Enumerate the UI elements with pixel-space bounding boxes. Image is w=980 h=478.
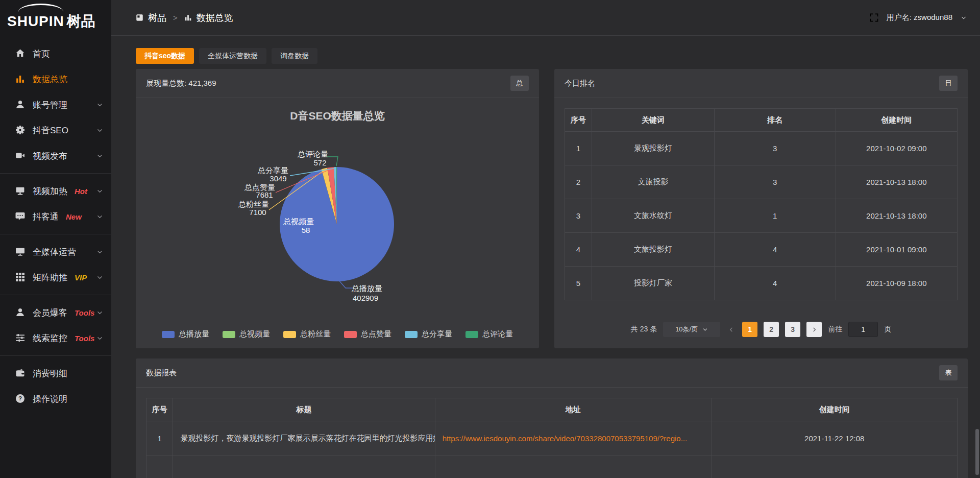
pie-label-value: 7100 <box>249 208 266 217</box>
sidebar-item-label: 全媒体运营 <box>33 246 76 258</box>
sidebar-item-label: 矩阵助推 <box>33 272 67 283</box>
logo[interactable]: SHUPIN 树品 <box>0 0 111 36</box>
scrollbar-thumb[interactable] <box>975 429 979 475</box>
legend-swatch <box>405 331 418 338</box>
sidebar-item-home-0[interactable]: 首页 <box>0 41 111 66</box>
chevron-down-icon <box>96 213 103 220</box>
today-rank-panel: 今日排名 日 序号关键词排名创建时间1景观投影灯32021-10-02 09:0… <box>554 69 968 348</box>
sidebar-item-label: 抖客通 <box>33 211 59 223</box>
table-cell: 3 <box>714 165 836 199</box>
video-icon <box>15 151 26 161</box>
legend-label: 总播放量 <box>179 329 209 339</box>
sidebar-item-chat-7[interactable]: 抖客通New <box>0 204 111 229</box>
sidebar-item-tag: Hot <box>75 187 87 196</box>
gear-icon <box>15 125 26 135</box>
sidebar-item-tag: Tools <box>75 308 94 317</box>
app-root: SHUPIN 树品 首页数据总览账号管理抖音SEO视频发布视频加热Hot抖客通N… <box>0 0 980 478</box>
table-cell: 2021-10-01 09:00 <box>836 233 957 267</box>
tab-button-2[interactable]: 询盘数据 <box>272 48 317 64</box>
breadcrumb-root[interactable]: 树品 <box>148 12 166 24</box>
chevron-down-icon[interactable] <box>961 15 967 21</box>
sidebar-item-monitor-9[interactable]: 全媒体运营 <box>0 239 111 265</box>
table-badge-button[interactable]: 表 <box>939 365 958 380</box>
seo-pie-chart: 总播放量402909总视频量58总粉丝量7100总点赞量7681总分享量3049… <box>136 98 539 318</box>
sidebar-item-label: 视频加热 <box>33 185 67 197</box>
legend-item-3[interactable]: 总点赞量 <box>344 329 391 339</box>
table-cell: 4 <box>714 267 836 300</box>
table-cell: 景观投影灯 <box>592 132 715 165</box>
legend-item-4[interactable]: 总分享量 <box>405 329 452 339</box>
sidebar-item-tag: New <box>66 212 82 221</box>
page-button-2[interactable]: 2 <box>764 322 779 337</box>
topbar-right: 用户名: zswodun88 <box>870 13 967 22</box>
table-header-row: 序号标题地址创建时间 <box>146 398 958 421</box>
sidebar-item-question-16[interactable]: ?操作说明 <box>0 386 111 412</box>
panel-header: 数据报表 表 <box>136 358 968 388</box>
username[interactable]: 用户名: zswodun88 <box>887 13 952 22</box>
logo-arc <box>18 4 63 12</box>
tab-button-0[interactable]: 抖音seo数据 <box>136 48 194 64</box>
legend-item-5[interactable]: 总评论量 <box>465 329 513 339</box>
legend-item-0[interactable]: 总播放量 <box>162 329 209 339</box>
tab-button-1[interactable]: 全媒体运营数据 <box>199 48 266 64</box>
legend-swatch <box>223 331 235 338</box>
video-link[interactable]: https://www.iesdouyin.com/share/video/70… <box>443 434 688 443</box>
chart-bar-icon <box>15 74 26 84</box>
sidebar-item-label: 线索监控 <box>33 332 67 344</box>
table-cell <box>173 456 435 478</box>
sidebar-item-tv-6[interactable]: 视频加热Hot <box>0 178 111 204</box>
pie-label-value: 58 <box>302 226 310 234</box>
legend-swatch <box>344 331 357 338</box>
table-cell: 2021-10-13 18:00 <box>836 165 957 199</box>
chart-legend: 总播放量总视频量总粉丝量总点赞量总分享量总评论量 <box>136 329 539 348</box>
legend-item-1[interactable]: 总视频量 <box>223 329 270 339</box>
sidebar-item-grid-10[interactable]: 矩阵助推VIP <box>0 265 111 290</box>
table-cell: 2 <box>565 165 592 199</box>
pie-label-name: 总分享量 <box>257 166 288 175</box>
chart-bar-icon <box>184 14 192 21</box>
prev-page-button[interactable] <box>726 327 736 332</box>
legend-swatch <box>465 331 478 338</box>
sidebar-item-label: 抖音SEO <box>33 125 68 136</box>
table-cell: 2021-11-22 12:08 <box>712 421 957 456</box>
rank-table: 序号关键词排名创建时间1景观投影灯32021-10-02 09:002文旅投影3… <box>565 108 958 300</box>
pie-label-value: 3049 <box>270 174 286 183</box>
panel-header: 展现量总数: 421,369 总 <box>136 69 539 98</box>
legend-item-2[interactable]: 总粉丝量 <box>283 329 331 339</box>
goto-page-input[interactable] <box>848 322 878 337</box>
table-cell: 3 <box>714 132 836 165</box>
page-button-3[interactable]: 3 <box>785 322 800 337</box>
breadcrumb: 树品 > 数据总览 <box>136 12 233 24</box>
panels-row: 展现量总数: 421,369 总 总播放量402909总视频量58总粉丝量710… <box>136 69 968 348</box>
sliders-icon <box>15 333 26 343</box>
page-size-select[interactable]: 10条/页 <box>663 322 720 337</box>
chevron-down-icon <box>96 274 103 281</box>
sidebar-item-video-4[interactable]: 视频发布 <box>0 143 111 169</box>
sidebar-item-tag: VIP <box>75 273 87 282</box>
sidebar-item-sliders-13[interactable]: 线索监控Tools <box>0 325 111 351</box>
column-header: 地址 <box>435 398 712 421</box>
chevron-down-icon <box>96 309 103 316</box>
next-page-button[interactable] <box>806 322 822 337</box>
table-cell: 投影灯厂家 <box>592 267 715 300</box>
sidebar-item-gear-3[interactable]: 抖音SEO <box>0 117 111 143</box>
report-table: 序号标题地址创建时间1景观投影灯，夜游景观投影灯厂家展示展示落花灯在花园里的灯光… <box>146 398 958 478</box>
day-badge-button[interactable]: 日 <box>939 76 958 91</box>
user-icon <box>15 307 26 318</box>
sidebar-item-label: 首页 <box>33 48 50 60</box>
table-cell: 1 <box>714 199 836 233</box>
table-row: 2文旅投影32021-10-13 18:00 <box>565 165 958 199</box>
table-cell: 1 <box>565 132 592 165</box>
page-button-1[interactable]: 1 <box>742 322 757 337</box>
table-row <box>146 456 958 478</box>
sidebar-item-wallet-15[interactable]: 消费明细 <box>0 361 111 386</box>
chevron-down-icon <box>96 102 103 108</box>
sidebar-item-label: 数据总览 <box>33 74 67 85</box>
table-cell: https://www.iesdouyin.com/share/video/70… <box>435 421 712 456</box>
total-badge-button[interactable]: 总 <box>510 76 529 91</box>
legend-label: 总视频量 <box>239 329 270 339</box>
sidebar-item-chart-bar-1[interactable]: 数据总览 <box>0 66 111 92</box>
sidebar-item-user-2[interactable]: 账号管理 <box>0 92 111 117</box>
fullscreen-icon[interactable] <box>870 13 878 22</box>
sidebar-item-user-12[interactable]: 会员爆客Tools <box>0 300 111 325</box>
